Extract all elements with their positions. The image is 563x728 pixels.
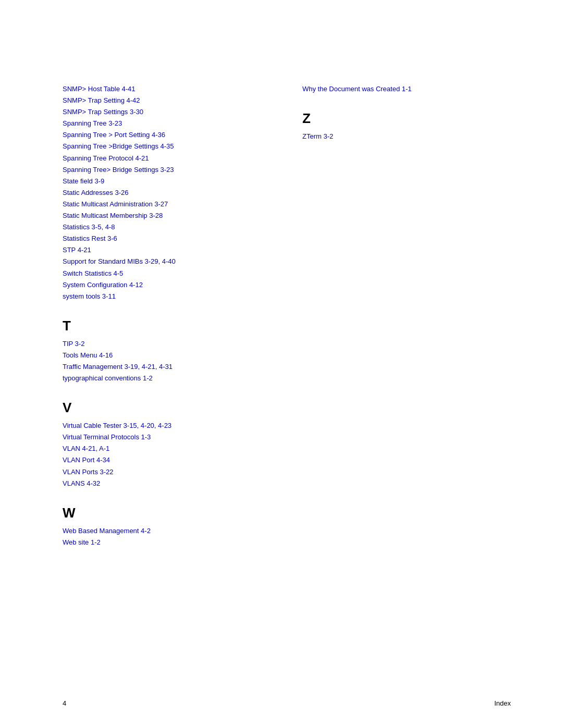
index-link[interactable]: SNMP> Host Table 4-41: [63, 83, 271, 95]
index-link[interactable]: Static Multicast Administration 3-27: [63, 199, 271, 210]
index-link[interactable]: Spanning Tree > Port Setting 4-36: [63, 129, 271, 141]
index-link[interactable]: Spanning Tree 3-23: [63, 118, 271, 129]
index-link[interactable]: Spanning Tree Protocol 4-21: [63, 153, 271, 164]
index-link[interactable]: VLAN Port 4-34: [63, 454, 271, 466]
index-link[interactable]: Switch Statistics 4-5: [63, 268, 271, 279]
index-link[interactable]: Why the Document was Created 1-1: [302, 83, 511, 95]
index-content: SNMP> Host Table 4-41SNMP> Trap Setting …: [63, 83, 511, 548]
index-link[interactable]: Tools Menu 4-16: [63, 350, 271, 361]
index-link[interactable]: Static Addresses 3-26: [63, 187, 271, 199]
index-link[interactable]: Statistics 3-5, 4-8: [63, 221, 271, 233]
footer: 4 Index: [63, 699, 511, 707]
section-heading-v: V: [63, 400, 271, 416]
index-link[interactable]: SNMP> Trap Setting 4-42: [63, 95, 271, 106]
s-entries: SNMP> Host Table 4-41SNMP> Trap Setting …: [63, 83, 271, 302]
index-link[interactable]: Static Multicast Membership 3-28: [63, 210, 271, 221]
index-link[interactable]: system tools 3-11: [63, 291, 271, 302]
index-link[interactable]: VLAN Ports 3-22: [63, 466, 271, 478]
section-label: Index: [494, 699, 511, 707]
index-link[interactable]: Web Based Management 4-2: [63, 525, 271, 537]
index-link[interactable]: Web site 1-2: [63, 537, 271, 548]
index-link[interactable]: Virtual Cable Tester 3-15, 4-20, 4-23: [63, 420, 271, 431]
index-link[interactable]: Spanning Tree> Bridge Settings 3-23: [63, 164, 271, 176]
index-link[interactable]: SNMP> Trap Settings 3-30: [63, 106, 271, 118]
index-link[interactable]: System Configuration 4-12: [63, 279, 271, 291]
index-link[interactable]: STP 4-21: [63, 244, 271, 256]
left-column: SNMP> Host Table 4-41SNMP> Trap Setting …: [63, 83, 271, 548]
page-number: 4: [63, 699, 66, 707]
page: SNMP> Host Table 4-41SNMP> Trap Setting …: [0, 0, 563, 728]
index-link[interactable]: ZTerm 3-2: [302, 131, 511, 142]
index-link[interactable]: Support for Standard MIBs 3-29, 4-40: [63, 256, 271, 267]
index-link[interactable]: Statistics Rest 3-6: [63, 233, 271, 244]
section-heading-z: Z: [302, 110, 511, 127]
right-column: Why the Document was Created 1-1 ZZTerm …: [302, 83, 511, 548]
section-heading-w: W: [63, 505, 271, 521]
index-link[interactable]: TIP 3-2: [63, 338, 271, 350]
index-link[interactable]: typographical conventions 1-2: [63, 373, 271, 384]
index-link[interactable]: Virtual Terminal Protocols 1-3: [63, 431, 271, 443]
index-link[interactable]: State field 3-9: [63, 176, 271, 187]
section-heading-t: T: [63, 318, 271, 334]
index-link[interactable]: Spanning Tree >Bridge Settings 4-35: [63, 141, 271, 152]
index-link[interactable]: Traffic Management 3-19, 4-21, 4-31: [63, 361, 271, 373]
index-link[interactable]: VLANS 4-32: [63, 478, 271, 489]
index-link[interactable]: VLAN 4-21, A-1: [63, 443, 271, 454]
